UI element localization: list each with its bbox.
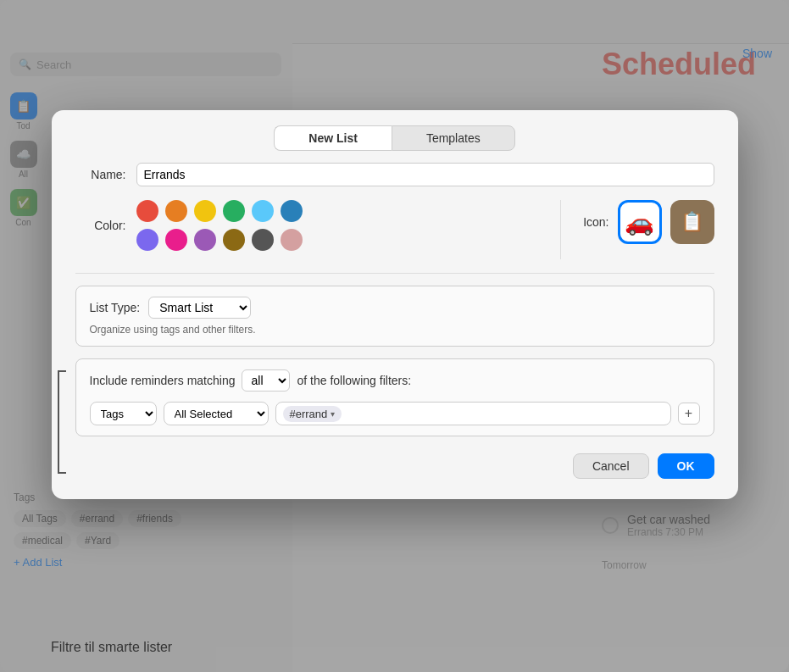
color-section: Color:	[75, 200, 547, 251]
cancel-button[interactable]: Cancel	[573, 453, 649, 479]
icon-option-car[interactable]: 🚗	[618, 200, 662, 244]
icon-label: Icon:	[583, 215, 608, 229]
filters-header: Include reminders matching all any of th…	[90, 369, 700, 392]
tab-new-list[interactable]: New List	[274, 125, 392, 151]
list-emoji: 📋	[681, 211, 703, 233]
ok-button[interactable]: OK	[658, 453, 714, 479]
filter-tags-area: #errand ▾	[275, 402, 671, 425]
annotation-bracket	[58, 370, 59, 472]
icon-option-list[interactable]: 📋	[670, 200, 714, 244]
swatch-orange[interactable]	[165, 200, 187, 222]
list-type-label: List Type:	[90, 301, 141, 314]
swatch-light-pink[interactable]	[281, 229, 303, 251]
car-emoji: 🚗	[625, 208, 654, 236]
bracket-top	[58, 370, 66, 372]
name-label: Name:	[75, 168, 126, 181]
annotation-text: Filtre til smarte lister	[51, 640, 172, 655]
modal-overlay: New List Templates Name: Color:	[0, 0, 789, 672]
tag-text: #errand	[290, 408, 328, 420]
modal-tab-bar: New List Templates	[52, 110, 738, 163]
list-type-row: List Type: Smart List Standard List	[90, 297, 700, 319]
swatch-red[interactable]	[136, 200, 158, 222]
color-row-1	[136, 200, 303, 222]
filters-section: Include reminders matching all any of th…	[75, 358, 714, 436]
modal-footer: Cancel OK	[52, 453, 738, 479]
tag-chevron-icon: ▾	[331, 409, 335, 419]
color-icon-divider	[560, 200, 561, 259]
color-swatches	[136, 200, 303, 251]
filter-field-select[interactable]: Tags Date Priority	[90, 402, 157, 425]
swatch-purple[interactable]	[194, 229, 216, 251]
swatch-yellow[interactable]	[194, 200, 216, 222]
divider	[75, 273, 714, 274]
name-input[interactable]	[136, 163, 714, 186]
swatch-brown[interactable]	[223, 229, 245, 251]
filters-trailing-text: of the following filters:	[297, 374, 411, 387]
swatch-light-blue[interactable]	[252, 200, 274, 222]
tab-templates[interactable]: Templates	[392, 125, 515, 151]
filters-header-text: Include reminders matching	[90, 374, 236, 387]
modal-body: Name: Color:	[52, 163, 738, 436]
name-row: Name:	[75, 163, 714, 186]
bracket-bottom	[58, 472, 66, 474]
filter-condition-select[interactable]: All Selected Any Selected None Selected	[164, 402, 269, 425]
color-label: Color:	[75, 219, 126, 232]
icon-section: Icon: 🚗 📋	[583, 200, 714, 244]
list-type-section: List Type: Smart List Standard List Orga…	[75, 286, 714, 347]
swatch-dark-gray[interactable]	[252, 229, 274, 251]
filter-tag-errand[interactable]: #errand ▾	[283, 406, 342, 422]
match-select[interactable]: all any	[242, 369, 290, 392]
filter-row: Tags Date Priority All Selected Any Sele…	[90, 402, 700, 425]
color-row-2	[136, 229, 303, 251]
swatch-indigo[interactable]	[136, 229, 158, 251]
modal-dialog: New List Templates Name: Color:	[52, 110, 738, 499]
swatch-blue[interactable]	[281, 200, 303, 222]
add-filter-button[interactable]: +	[678, 403, 700, 425]
swatch-green[interactable]	[223, 200, 245, 222]
swatch-pink[interactable]	[165, 229, 187, 251]
list-type-select[interactable]: Smart List Standard List	[148, 297, 251, 319]
color-icon-row: Color:	[75, 200, 714, 259]
list-type-description: Organize using tags and other filters.	[90, 324, 700, 336]
